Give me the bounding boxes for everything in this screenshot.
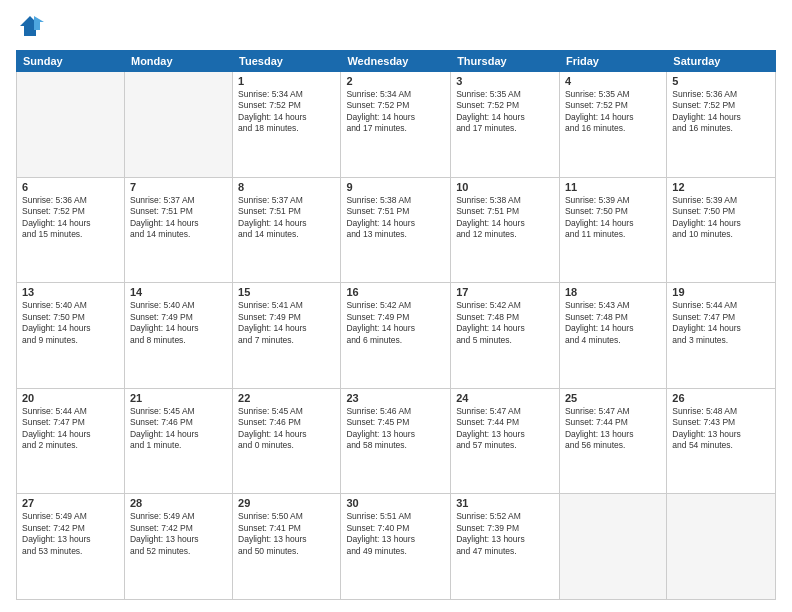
calendar-table: SundayMondayTuesdayWednesdayThursdayFrid… — [16, 50, 776, 600]
calendar-cell: 3Sunrise: 5:35 AM Sunset: 7:52 PM Daylig… — [451, 72, 560, 178]
day-number: 21 — [130, 392, 227, 404]
calendar-cell: 8Sunrise: 5:37 AM Sunset: 7:51 PM Daylig… — [233, 177, 341, 283]
day-info: Sunrise: 5:40 AM Sunset: 7:49 PM Dayligh… — [130, 300, 227, 346]
day-info: Sunrise: 5:42 AM Sunset: 7:49 PM Dayligh… — [346, 300, 445, 346]
day-info: Sunrise: 5:51 AM Sunset: 7:40 PM Dayligh… — [346, 511, 445, 557]
day-number: 6 — [22, 181, 119, 193]
weekday-header-wednesday: Wednesday — [341, 51, 451, 72]
calendar-cell: 14Sunrise: 5:40 AM Sunset: 7:49 PM Dayli… — [124, 283, 232, 389]
day-info: Sunrise: 5:42 AM Sunset: 7:48 PM Dayligh… — [456, 300, 554, 346]
calendar-cell: 7Sunrise: 5:37 AM Sunset: 7:51 PM Daylig… — [124, 177, 232, 283]
day-number: 27 — [22, 497, 119, 509]
day-info: Sunrise: 5:47 AM Sunset: 7:44 PM Dayligh… — [565, 406, 661, 452]
day-number: 25 — [565, 392, 661, 404]
weekday-header-friday: Friday — [559, 51, 666, 72]
logo — [16, 12, 48, 40]
day-number: 24 — [456, 392, 554, 404]
calendar-cell: 18Sunrise: 5:43 AM Sunset: 7:48 PM Dayli… — [559, 283, 666, 389]
calendar-cell: 25Sunrise: 5:47 AM Sunset: 7:44 PM Dayli… — [559, 388, 666, 494]
day-info: Sunrise: 5:36 AM Sunset: 7:52 PM Dayligh… — [22, 195, 119, 241]
weekday-header-monday: Monday — [124, 51, 232, 72]
day-number: 30 — [346, 497, 445, 509]
weekday-header-thursday: Thursday — [451, 51, 560, 72]
day-info: Sunrise: 5:48 AM Sunset: 7:43 PM Dayligh… — [672, 406, 770, 452]
day-number: 22 — [238, 392, 335, 404]
day-number: 2 — [346, 75, 445, 87]
calendar-cell: 13Sunrise: 5:40 AM Sunset: 7:50 PM Dayli… — [17, 283, 125, 389]
calendar-cell: 2Sunrise: 5:34 AM Sunset: 7:52 PM Daylig… — [341, 72, 451, 178]
day-info: Sunrise: 5:44 AM Sunset: 7:47 PM Dayligh… — [22, 406, 119, 452]
week-row-3: 13Sunrise: 5:40 AM Sunset: 7:50 PM Dayli… — [17, 283, 776, 389]
day-number: 19 — [672, 286, 770, 298]
calendar-cell: 22Sunrise: 5:45 AM Sunset: 7:46 PM Dayli… — [233, 388, 341, 494]
week-row-2: 6Sunrise: 5:36 AM Sunset: 7:52 PM Daylig… — [17, 177, 776, 283]
calendar-cell: 19Sunrise: 5:44 AM Sunset: 7:47 PM Dayli… — [667, 283, 776, 389]
day-number: 7 — [130, 181, 227, 193]
day-number: 26 — [672, 392, 770, 404]
day-info: Sunrise: 5:39 AM Sunset: 7:50 PM Dayligh… — [672, 195, 770, 241]
week-row-4: 20Sunrise: 5:44 AM Sunset: 7:47 PM Dayli… — [17, 388, 776, 494]
weekday-header-saturday: Saturday — [667, 51, 776, 72]
day-number: 1 — [238, 75, 335, 87]
calendar-cell: 15Sunrise: 5:41 AM Sunset: 7:49 PM Dayli… — [233, 283, 341, 389]
day-number: 10 — [456, 181, 554, 193]
day-info: Sunrise: 5:34 AM Sunset: 7:52 PM Dayligh… — [346, 89, 445, 135]
logo-icon — [16, 12, 44, 40]
day-info: Sunrise: 5:46 AM Sunset: 7:45 PM Dayligh… — [346, 406, 445, 452]
calendar-cell: 28Sunrise: 5:49 AM Sunset: 7:42 PM Dayli… — [124, 494, 232, 600]
calendar-cell: 29Sunrise: 5:50 AM Sunset: 7:41 PM Dayli… — [233, 494, 341, 600]
day-info: Sunrise: 5:44 AM Sunset: 7:47 PM Dayligh… — [672, 300, 770, 346]
day-number: 31 — [456, 497, 554, 509]
calendar-cell: 24Sunrise: 5:47 AM Sunset: 7:44 PM Dayli… — [451, 388, 560, 494]
calendar-cell: 9Sunrise: 5:38 AM Sunset: 7:51 PM Daylig… — [341, 177, 451, 283]
day-info: Sunrise: 5:35 AM Sunset: 7:52 PM Dayligh… — [565, 89, 661, 135]
day-info: Sunrise: 5:49 AM Sunset: 7:42 PM Dayligh… — [22, 511, 119, 557]
weekday-header-row: SundayMondayTuesdayWednesdayThursdayFrid… — [17, 51, 776, 72]
calendar-cell: 11Sunrise: 5:39 AM Sunset: 7:50 PM Dayli… — [559, 177, 666, 283]
day-info: Sunrise: 5:36 AM Sunset: 7:52 PM Dayligh… — [672, 89, 770, 135]
day-info: Sunrise: 5:49 AM Sunset: 7:42 PM Dayligh… — [130, 511, 227, 557]
day-number: 15 — [238, 286, 335, 298]
calendar-cell: 1Sunrise: 5:34 AM Sunset: 7:52 PM Daylig… — [233, 72, 341, 178]
weekday-header-tuesday: Tuesday — [233, 51, 341, 72]
day-number: 17 — [456, 286, 554, 298]
day-number: 18 — [565, 286, 661, 298]
day-number: 5 — [672, 75, 770, 87]
calendar-cell: 23Sunrise: 5:46 AM Sunset: 7:45 PM Dayli… — [341, 388, 451, 494]
calendar-cell — [667, 494, 776, 600]
day-info: Sunrise: 5:35 AM Sunset: 7:52 PM Dayligh… — [456, 89, 554, 135]
day-number: 29 — [238, 497, 335, 509]
day-number: 28 — [130, 497, 227, 509]
day-info: Sunrise: 5:37 AM Sunset: 7:51 PM Dayligh… — [238, 195, 335, 241]
calendar-cell: 5Sunrise: 5:36 AM Sunset: 7:52 PM Daylig… — [667, 72, 776, 178]
calendar-cell: 6Sunrise: 5:36 AM Sunset: 7:52 PM Daylig… — [17, 177, 125, 283]
svg-marker-1 — [34, 16, 44, 30]
day-number: 14 — [130, 286, 227, 298]
day-info: Sunrise: 5:43 AM Sunset: 7:48 PM Dayligh… — [565, 300, 661, 346]
calendar-cell — [559, 494, 666, 600]
weekday-header-sunday: Sunday — [17, 51, 125, 72]
calendar-cell: 31Sunrise: 5:52 AM Sunset: 7:39 PM Dayli… — [451, 494, 560, 600]
day-info: Sunrise: 5:41 AM Sunset: 7:49 PM Dayligh… — [238, 300, 335, 346]
header — [16, 12, 776, 40]
day-info: Sunrise: 5:45 AM Sunset: 7:46 PM Dayligh… — [130, 406, 227, 452]
calendar-cell: 17Sunrise: 5:42 AM Sunset: 7:48 PM Dayli… — [451, 283, 560, 389]
day-info: Sunrise: 5:38 AM Sunset: 7:51 PM Dayligh… — [456, 195, 554, 241]
day-info: Sunrise: 5:40 AM Sunset: 7:50 PM Dayligh… — [22, 300, 119, 346]
day-number: 4 — [565, 75, 661, 87]
calendar-cell: 26Sunrise: 5:48 AM Sunset: 7:43 PM Dayli… — [667, 388, 776, 494]
calendar-cell: 27Sunrise: 5:49 AM Sunset: 7:42 PM Dayli… — [17, 494, 125, 600]
day-number: 9 — [346, 181, 445, 193]
day-number: 20 — [22, 392, 119, 404]
day-info: Sunrise: 5:37 AM Sunset: 7:51 PM Dayligh… — [130, 195, 227, 241]
calendar-cell: 21Sunrise: 5:45 AM Sunset: 7:46 PM Dayli… — [124, 388, 232, 494]
calendar-cell: 16Sunrise: 5:42 AM Sunset: 7:49 PM Dayli… — [341, 283, 451, 389]
day-number: 3 — [456, 75, 554, 87]
calendar-cell — [124, 72, 232, 178]
week-row-1: 1Sunrise: 5:34 AM Sunset: 7:52 PM Daylig… — [17, 72, 776, 178]
page: SundayMondayTuesdayWednesdayThursdayFrid… — [0, 0, 792, 612]
calendar-cell: 20Sunrise: 5:44 AM Sunset: 7:47 PM Dayli… — [17, 388, 125, 494]
day-number: 8 — [238, 181, 335, 193]
day-info: Sunrise: 5:34 AM Sunset: 7:52 PM Dayligh… — [238, 89, 335, 135]
day-number: 16 — [346, 286, 445, 298]
